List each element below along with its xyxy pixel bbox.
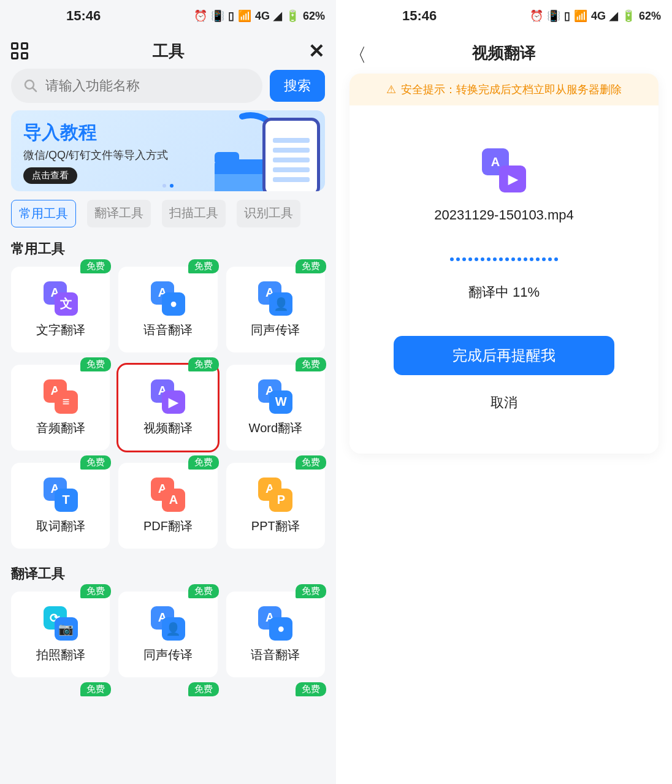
tool-Word翻译[interactable]: 免费AWWord翻译: [226, 365, 325, 451]
status-bar: 15:46 ⏰ 📳 ▯ 📶 4G ◢ 🔋 62%: [336, 0, 672, 32]
status-bar: 15:46 ⏰ 📳 ▯ 📶 4G ◢ 🔋 62%: [0, 0, 336, 32]
video-file-icon: A ▶: [482, 148, 526, 192]
tool-label: 同声传译: [251, 322, 300, 338]
svg-line-1: [32, 88, 36, 91]
tool-icon: A👤: [151, 606, 185, 641]
close-icon[interactable]: ✕: [308, 39, 325, 63]
tool-label: 文字翻译: [36, 322, 85, 338]
tool-icon: A▶: [151, 379, 185, 414]
free-badge: 免费: [80, 455, 111, 470]
tool-语音翻译[interactable]: 免费A●语音翻译: [118, 267, 217, 352]
search-input[interactable]: [45, 78, 250, 94]
signal-icon: ◢: [273, 9, 282, 23]
tool-文字翻译[interactable]: 免费A文文字翻译: [11, 267, 110, 352]
status-time: 15:46: [402, 8, 437, 24]
import-tutorial-banner[interactable]: 导入教程 微信/QQ/钉钉文件等导入方式 点击查看: [11, 110, 325, 191]
network-label: 4G: [255, 10, 270, 23]
banner-button[interactable]: 点击查看: [23, 167, 77, 184]
tab-识别工具[interactable]: 识别工具: [237, 200, 300, 227]
notice-text: 安全提示：转换完成后文档立即从服务器删除: [401, 82, 622, 97]
battery-label: 62%: [639, 10, 661, 23]
free-badge: 免费: [80, 584, 111, 598]
tool-icon: A≡: [44, 379, 78, 414]
tool-label: 音频翻译: [36, 420, 85, 436]
signal-icon: ◢: [609, 9, 618, 23]
tool-icon: A👤: [258, 281, 292, 316]
tool-PDF翻译[interactable]: 免费AAPDF翻译: [118, 463, 217, 549]
page-title: 工具: [153, 40, 185, 62]
tool-同声传译[interactable]: 免费A👤同声传译: [226, 267, 325, 352]
free-badge: 免费: [80, 682, 111, 696]
cancel-button[interactable]: 取消: [491, 394, 517, 412]
tool-label: 取词翻译: [36, 518, 85, 535]
translate-progress-card: ⚠ 安全提示：转换完成后文档立即从服务器删除 A ▶ 20231129-1501…: [349, 74, 659, 454]
tool-label: PDF翻译: [143, 518, 193, 535]
free-badge: 免费: [296, 357, 326, 371]
sim-icon: ▯: [228, 9, 234, 23]
tool-拍照翻译[interactable]: 免费⟳📷拍照翻译: [11, 592, 110, 677]
page-title: 视频翻译: [472, 42, 536, 64]
section-title: 翻译工具: [0, 561, 336, 592]
tool-同声传译[interactable]: 免费A👤同声传译: [118, 592, 217, 677]
battery-label: 62%: [303, 10, 325, 23]
wifi-icon: 📶: [238, 9, 251, 23]
battery-icon: 🔋: [286, 9, 299, 23]
status-icons: ⏰ 📳 ▯ 📶 4G ◢ 🔋 62%: [194, 9, 325, 23]
warning-icon: ⚠: [386, 83, 396, 96]
tool-语音翻译[interactable]: 免费A●语音翻译: [226, 592, 325, 677]
section-title: 常用工具: [0, 236, 336, 267]
vibrate-icon: 📳: [211, 9, 224, 23]
tool-icon: AT: [44, 478, 78, 512]
file-name: 20231129-150103.mp4: [434, 207, 574, 223]
tool-视频翻译[interactable]: 免费A▶视频翻译: [118, 365, 217, 451]
tool-icon: A文: [44, 281, 78, 316]
free-badge: 免费: [188, 357, 219, 371]
free-badge: 免费: [296, 259, 326, 273]
free-badge: 免费: [188, 584, 219, 598]
network-label: 4G: [591, 10, 606, 23]
tool-PPT翻译[interactable]: 免费APPPT翻译: [226, 463, 325, 549]
tool-icon: AA: [151, 478, 185, 512]
free-badge: 免费: [296, 455, 326, 470]
remind-later-button[interactable]: 完成后再提醒我: [394, 336, 614, 375]
tool-icon: ⟳📷: [44, 606, 78, 641]
free-badge: 免费: [80, 357, 111, 371]
alarm-icon: ⏰: [194, 9, 207, 23]
tool-icon: AW: [258, 379, 292, 414]
free-badge: 免费: [188, 259, 219, 273]
tool-icon: A●: [151, 281, 185, 316]
tab-翻译工具[interactable]: 翻译工具: [87, 200, 151, 227]
tool-label: 同声传译: [143, 647, 193, 663]
banner-illustration: [208, 110, 325, 191]
back-icon[interactable]: 〈: [348, 43, 367, 68]
tool-label: 视频翻译: [143, 420, 193, 436]
battery-icon: 🔋: [622, 9, 635, 23]
safety-notice: ⚠ 安全提示：转换完成后文档立即从服务器删除: [349, 74, 659, 105]
tool-row-partial: 免费: [11, 690, 110, 696]
tool-label: Word翻译: [249, 420, 302, 436]
search-button[interactable]: 搜索: [270, 70, 325, 102]
search-field[interactable]: [11, 69, 262, 103]
tool-label: PPT翻译: [251, 518, 300, 535]
tool-row-partial: 免费: [226, 690, 325, 696]
tool-label: 语音翻译: [143, 322, 193, 338]
progress-text: 翻译中 11%: [468, 283, 540, 302]
status-time: 15:46: [66, 8, 101, 24]
tool-label: 拍照翻译: [36, 647, 85, 663]
search-icon: [23, 78, 38, 93]
free-badge: 免费: [188, 455, 219, 470]
progress-indicator: [450, 257, 558, 261]
status-icons: ⏰ 📳 ▯ 📶 4G ◢ 🔋 62%: [530, 9, 661, 23]
tool-音频翻译[interactable]: 免费A≡音频翻译: [11, 365, 110, 451]
alarm-icon: ⏰: [530, 9, 543, 23]
tab-扫描工具[interactable]: 扫描工具: [162, 200, 226, 227]
tool-icon: AP: [258, 478, 292, 512]
app-grid-icon[interactable]: [11, 42, 28, 59]
wifi-icon: 📶: [574, 9, 587, 23]
tool-取词翻译[interactable]: 免费AT取词翻译: [11, 463, 110, 549]
tab-常用工具[interactable]: 常用工具: [11, 200, 76, 227]
free-badge: 免费: [188, 682, 219, 696]
free-badge: 免费: [296, 584, 326, 598]
free-badge: 免费: [80, 259, 111, 273]
tool-icon: A●: [258, 606, 292, 641]
